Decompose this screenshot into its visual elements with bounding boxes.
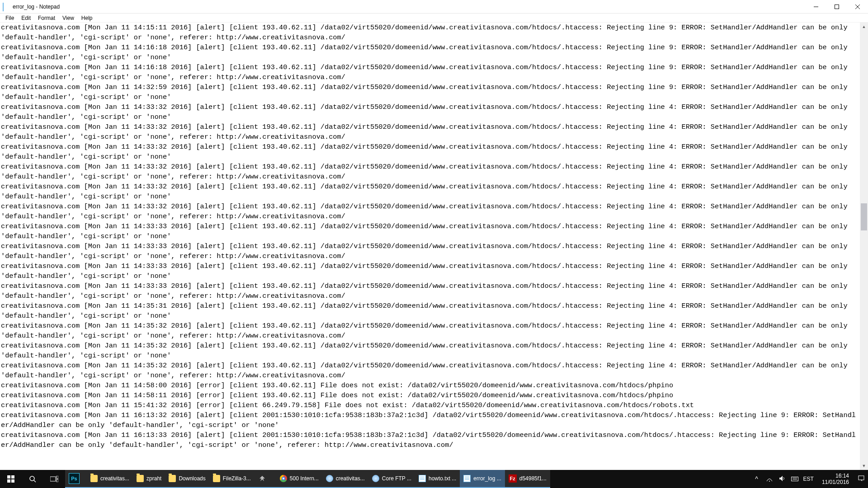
taskbar-item-coreftp[interactable]: Core FTP ... [368,470,415,488]
search-icon [29,475,36,483]
editor-area: creativitasnova.com [Mon Jan 11 14:15:11… [0,23,868,470]
window-title: error_log - Notepad [13,4,806,10]
svg-rect-12 [57,479,58,482]
minimize-button[interactable] [806,0,826,14]
svg-rect-11 [57,476,58,479]
close-icon [855,5,860,9]
vertical-scrollbar[interactable]: ▲ ▼ [860,23,868,470]
taskbar-item-filezilla[interactable]: Fz d54985f1... [505,470,550,488]
ftp-icon [372,475,379,482]
task-view-icon [50,476,58,482]
taskbar-label: 500 Intern... [290,475,319,482]
svg-rect-1 [835,5,839,9]
minimize-icon [814,5,818,9]
taskbar-label: Core FTP ... [382,475,411,482]
filezilla-icon: Fz [509,474,517,483]
svg-line-9 [34,480,36,482]
taskbar-label: error_log ... [473,475,501,482]
svg-rect-5 [11,475,14,479]
menu-format[interactable]: Format [34,14,59,22]
network-icon[interactable] [765,475,774,483]
folder-icon [137,475,144,482]
task-view-button[interactable] [43,470,65,488]
scroll-up-arrow-icon[interactable]: ▲ [860,23,868,31]
tray-overflow-icon[interactable]: ^ [753,475,761,483]
taskbar-item-chrome[interactable]: 500 Intern... [276,470,322,488]
close-button[interactable] [847,0,868,14]
folder-icon [169,475,176,482]
svg-rect-18 [859,476,864,480]
search-button[interactable] [22,470,43,488]
windows-logo-icon [7,475,14,483]
text-content[interactable]: creativitasnova.com [Mon Jan 11 14:15:11… [0,23,860,470]
svg-rect-10 [50,477,56,481]
taskbar-label: creativitas... [100,475,129,482]
notepad-icon [419,475,426,482]
tray-date: 11/01/2016 [822,479,849,485]
scrollbar-thumb[interactable] [861,203,867,230]
svg-point-8 [30,476,34,481]
globe-icon [326,475,333,482]
taskbar-item-browser-2[interactable]: creativitas... [322,470,368,488]
taskbar-label: Downloads [179,475,205,482]
menubar: File Edit Format View Help [0,14,868,23]
app-icon [258,475,265,482]
volume-icon[interactable] [778,475,786,483]
taskbar-label: d54985f1... [519,475,547,482]
svg-point-13 [769,481,770,482]
menu-edit[interactable]: Edit [18,14,34,22]
taskbar-item-explorer-3[interactable]: Downloads [165,470,209,488]
tray-language[interactable]: EST [803,476,814,482]
window-titlebar: error_log - Notepad [0,0,868,14]
keyboard-icon[interactable] [791,475,799,483]
tray-clock[interactable]: 16:14 11/01/2016 [818,473,853,485]
menu-help[interactable]: Help [78,14,96,22]
maximize-icon [835,5,839,9]
taskbar-label: howto.txt ... [429,475,456,482]
taskbar-item-explorer-2[interactable]: zpraht [133,470,165,488]
svg-marker-19 [861,480,862,481]
chrome-icon [280,475,287,482]
notepad-icon [463,475,471,482]
system-tray: ^ EST 16:14 11/01/2016 [753,473,868,485]
taskbar-item-notepad-active[interactable]: error_log ... [460,470,505,488]
svg-marker-14 [779,476,783,481]
maximize-button[interactable] [826,0,847,14]
svg-rect-6 [7,479,10,483]
taskbar-item-photoshop[interactable]: Ps [65,470,87,488]
svg-rect-4 [7,475,10,479]
svg-rect-7 [11,479,14,483]
notifications-icon[interactable] [857,475,865,483]
taskbar: Ps creativitas... zpraht Downloads FileZ… [0,470,868,488]
taskbar-label: creativitas... [336,475,365,482]
notepad-app-icon [3,3,10,10]
tray-time: 16:14 [822,473,849,479]
taskbar-item-notepad-1[interactable]: howto.txt ... [415,470,460,488]
svg-rect-15 [791,477,798,481]
scroll-down-arrow-icon[interactable]: ▼ [860,462,868,470]
menu-view[interactable]: View [59,14,78,22]
taskbar-item-explorer-4[interactable]: FileZilla-3... [209,470,255,488]
scrollbar-track[interactable] [860,31,868,462]
folder-icon [90,475,98,482]
folder-icon [213,475,220,482]
taskbar-item-explorer-1[interactable]: creativitas... [87,470,133,488]
window-controls [806,0,868,14]
photoshop-icon: Ps [69,473,80,484]
taskbar-label: zpraht [146,475,161,482]
taskbar-label: FileZilla-3... [223,475,251,482]
menu-file[interactable]: File [2,14,18,22]
start-button[interactable] [0,470,22,488]
taskbar-item-app[interactable] [255,470,276,488]
